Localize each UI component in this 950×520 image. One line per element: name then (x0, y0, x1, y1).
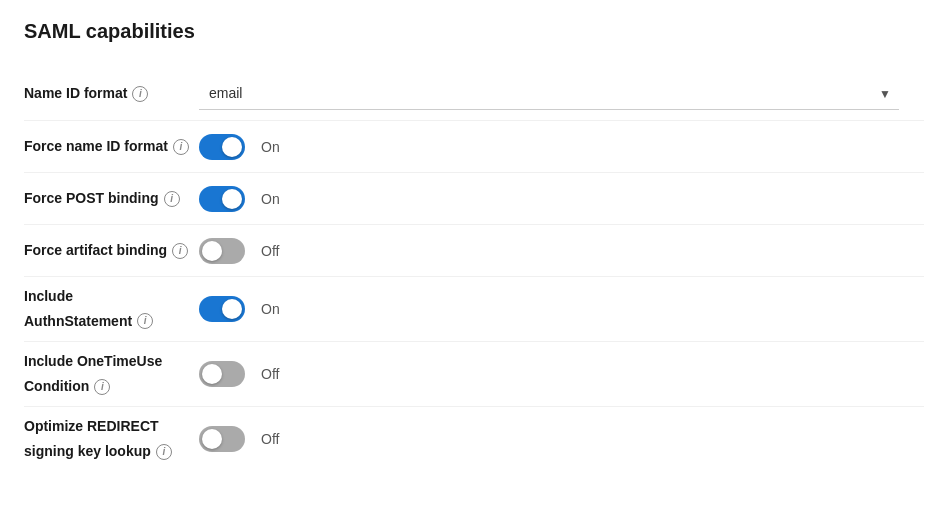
label-force-artifact-binding: Force artifact bindingi (24, 241, 199, 261)
form-row-force-name-id-format: Force name ID formatiOn (24, 121, 924, 173)
toggle-slider-force-artifact-binding (199, 238, 245, 264)
select-name-id-format[interactable]: emailunspecifiedpersistenttransient (199, 77, 899, 110)
label-text-force-artifact-binding: Force artifact binding (24, 241, 167, 261)
form-row-include-authn-statement: IncludeAuthnStatementiOn (24, 277, 924, 342)
toggle-include-authn-statement[interactable] (199, 296, 245, 322)
select-wrapper-name-id-format: emailunspecifiedpersistenttransient▼ (199, 77, 899, 110)
label-text-optimize-redirect-signing-key-lookup-line0: Optimize REDIRECT (24, 417, 199, 437)
page-title: SAML capabilities (24, 20, 926, 43)
help-icon-include-authn-statement[interactable]: i (137, 313, 153, 329)
control-force-artifact-binding: Off (199, 238, 924, 264)
label-text-force-name-id-format: Force name ID format (24, 137, 168, 157)
toggle-slider-include-one-time-use-condition (199, 361, 245, 387)
label-name-id-format: Name ID formati (24, 84, 199, 104)
help-icon-force-post-binding[interactable]: i (164, 191, 180, 207)
label-text-optimize-redirect-signing-key-lookup-line1: signing key lookup (24, 442, 151, 462)
toggle-optimize-redirect-signing-key-lookup[interactable] (199, 426, 245, 452)
toggle-force-post-binding[interactable] (199, 186, 245, 212)
form-row-force-post-binding: Force POST bindingiOn (24, 173, 924, 225)
toggle-slider-optimize-redirect-signing-key-lookup (199, 426, 245, 452)
control-optimize-redirect-signing-key-lookup: Off (199, 426, 924, 452)
label-text-include-one-time-use-condition-line1: Condition (24, 377, 89, 397)
toggle-label-force-post-binding: On (261, 191, 280, 207)
saml-capabilities-form: Name ID formatiemailunspecifiedpersisten… (24, 67, 924, 472)
toggle-slider-include-authn-statement (199, 296, 245, 322)
help-icon-name-id-format[interactable]: i (132, 86, 148, 102)
toggle-force-name-id-format[interactable] (199, 134, 245, 160)
label-text-include-authn-statement-line0: Include (24, 287, 199, 307)
control-name-id-format: emailunspecifiedpersistenttransient▼ (199, 77, 924, 110)
toggle-label-include-one-time-use-condition: Off (261, 366, 279, 382)
control-include-one-time-use-condition: Off (199, 361, 924, 387)
label-text-name-id-format: Name ID format (24, 84, 127, 104)
label-include-one-time-use-condition: Include OneTimeUseConditioni (24, 352, 199, 396)
toggle-label-force-name-id-format: On (261, 139, 280, 155)
label-text-include-authn-statement-line1: AuthnStatement (24, 312, 132, 332)
label-force-name-id-format: Force name ID formati (24, 137, 199, 157)
control-include-authn-statement: On (199, 296, 924, 322)
help-icon-include-one-time-use-condition[interactable]: i (94, 379, 110, 395)
toggle-slider-force-name-id-format (199, 134, 245, 160)
label-optimize-redirect-signing-key-lookup: Optimize REDIRECTsigning key lookupi (24, 417, 199, 461)
toggle-label-include-authn-statement: On (261, 301, 280, 317)
toggle-slider-force-post-binding (199, 186, 245, 212)
label-text-force-post-binding: Force POST binding (24, 189, 159, 209)
help-icon-force-artifact-binding[interactable]: i (172, 243, 188, 259)
toggle-label-optimize-redirect-signing-key-lookup: Off (261, 431, 279, 447)
toggle-force-artifact-binding[interactable] (199, 238, 245, 264)
control-force-name-id-format: On (199, 134, 924, 160)
toggle-label-force-artifact-binding: Off (261, 243, 279, 259)
help-icon-optimize-redirect-signing-key-lookup[interactable]: i (156, 444, 172, 460)
help-icon-force-name-id-format[interactable]: i (173, 139, 189, 155)
toggle-include-one-time-use-condition[interactable] (199, 361, 245, 387)
form-row-force-artifact-binding: Force artifact bindingiOff (24, 225, 924, 277)
label-force-post-binding: Force POST bindingi (24, 189, 199, 209)
control-force-post-binding: On (199, 186, 924, 212)
form-row-include-one-time-use-condition: Include OneTimeUseConditioniOff (24, 342, 924, 407)
form-row-name-id-format: Name ID formatiemailunspecifiedpersisten… (24, 67, 924, 121)
label-text-include-one-time-use-condition-line0: Include OneTimeUse (24, 352, 199, 372)
form-row-optimize-redirect-signing-key-lookup: Optimize REDIRECTsigning key lookupiOff (24, 407, 924, 471)
label-include-authn-statement: IncludeAuthnStatementi (24, 287, 199, 331)
